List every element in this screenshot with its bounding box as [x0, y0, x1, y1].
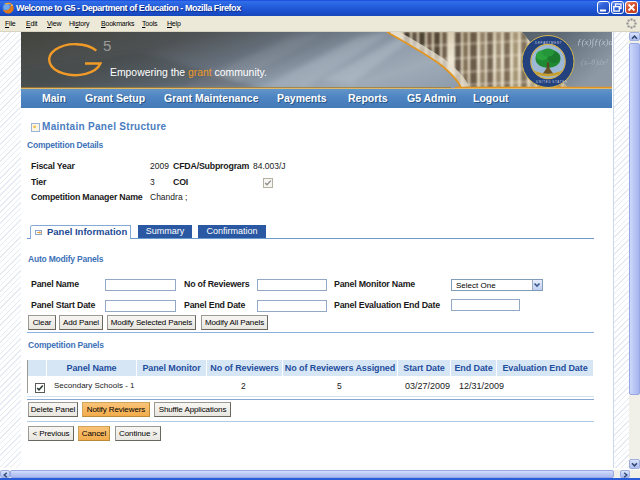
svg-text:D E P A R T M E N T: D E P A R T M E N T	[535, 41, 562, 45]
svg-text:(x–θ)dx²: (x–θ)dx²	[581, 58, 608, 67]
svg-text:ƒ(x)∫ƒ(x)dx: ƒ(x)∫ƒ(x)dx	[577, 37, 612, 48]
svg-text:U N I T E D S T A T E S: U N I T E D S T A T E S	[536, 80, 567, 84]
svg-text:Empowering the grant community: Empowering the grant community.	[110, 67, 267, 78]
svg-text:5: 5	[103, 37, 111, 54]
